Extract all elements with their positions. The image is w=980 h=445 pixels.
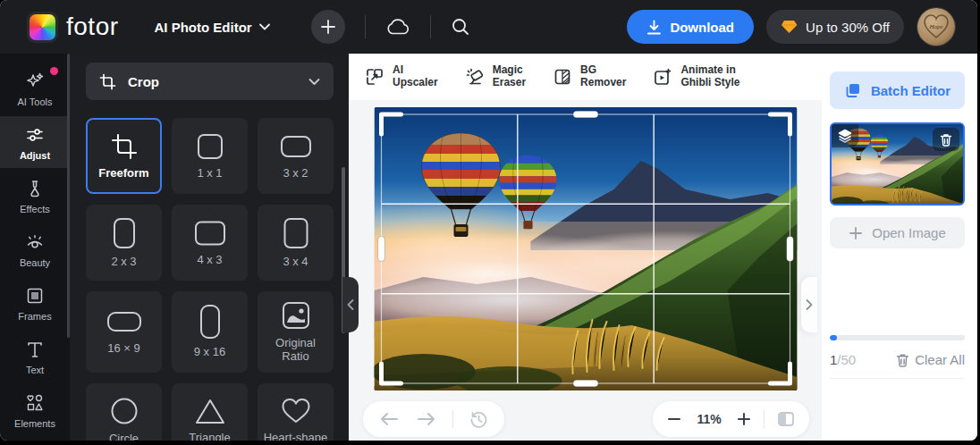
crop-option-3x2[interactable]: 3 x 2 [258, 118, 334, 194]
sidebar-item-text[interactable]: Text [0, 331, 70, 382]
promo-label: Up to 30% Off [806, 20, 890, 35]
zoom-in-button[interactable] [735, 410, 753, 428]
editor-type-menu[interactable]: AI Photo Editor [155, 20, 270, 35]
sidebar-item-label: Adjust [20, 150, 50, 161]
crop-option-1x1[interactable]: 1 x 1 [172, 118, 248, 194]
chevron-right-icon [806, 299, 813, 310]
zoom-toolbar: 11% [653, 401, 809, 437]
canvas-area: AIUpscaler MagicEraser BGRemover Animate… [349, 54, 822, 441]
layers-icon [838, 129, 852, 143]
sidebar-item-effects[interactable]: Effects [0, 170, 70, 222]
download-icon [646, 20, 662, 35]
redo-button[interactable] [415, 409, 438, 429]
avatar-image: Hope [917, 8, 955, 46]
crop-option-4x3[interactable]: 4 x 3 [172, 205, 248, 281]
quota-row: 1 /50 Clear All [830, 352, 965, 367]
compare-button[interactable] [775, 409, 797, 429]
crop-option-2x3[interactable]: 2 x 3 [86, 205, 162, 281]
search-button[interactable] [451, 17, 470, 37]
crop-option-16x9[interactable]: 16 × 9 [86, 291, 162, 373]
fotor-logo[interactable] [27, 12, 58, 43]
crop-panel-dropdown[interactable]: Crop [86, 63, 334, 100]
progress-fill [830, 335, 837, 340]
zoom-out-icon [667, 412, 681, 426]
image-count-current: 1 [830, 352, 837, 367]
sidebar-item-label: Beauty [20, 257, 50, 268]
crop-option-circle[interactable]: Circle [86, 383, 162, 441]
topbar: fotor AI Photo Editor Download [0, 0, 977, 54]
magic-eraser-icon [465, 67, 485, 87]
chevron-down-icon [259, 23, 270, 30]
download-button[interactable]: Download [627, 10, 754, 44]
pill-divider [764, 410, 765, 428]
new-design-button[interactable] [311, 10, 345, 44]
crop-option-3x4[interactable]: 3 x 4 [258, 205, 334, 281]
original-ratio-icon [281, 300, 311, 331]
batch-editor-button[interactable]: Batch Editor [830, 71, 965, 109]
eye-icon [24, 231, 46, 253]
flask-icon [24, 178, 46, 199]
ratio-4-3-icon [194, 219, 226, 248]
crop-tool-panel: Crop Freeform 1 x 1 3 x 2 2 x [70, 54, 349, 441]
history-toolbar [363, 401, 504, 437]
svg-text:Hope: Hope [928, 23, 942, 30]
crop-panel-title: Crop [128, 74, 159, 89]
tools-sidebar: AI Tools Adjust Effects Beauty Frames Te… [0, 54, 70, 441]
crop-option-triangle[interactable]: Triangle [172, 383, 248, 441]
sidebar-item-adjust[interactable]: Adjust [0, 116, 70, 168]
heart-shape-icon [280, 397, 312, 425]
image-thumbnail[interactable] [830, 122, 965, 206]
crop-option-freeform[interactable]: Freeform [86, 118, 162, 194]
sidebar-item-ai-tools[interactable]: AI Tools [0, 63, 70, 114]
sidebar-item-frames[interactable]: Frames [0, 277, 70, 329]
ratio-3-4-icon [282, 217, 310, 249]
crop-option-original-ratio[interactable]: Original Ratio [258, 291, 334, 373]
brand-wordmark: fotor [66, 13, 119, 41]
image-count-total: /50 [837, 352, 856, 367]
magic-eraser-button[interactable]: MagicEraser [465, 64, 526, 89]
photo-image [374, 107, 797, 390]
bg-remover-button[interactable]: BGRemover [553, 64, 626, 89]
topbar-divider [430, 15, 431, 38]
ratio-2-3-icon [110, 217, 139, 249]
bg-remover-icon [553, 67, 572, 87]
collapse-panel-tab[interactable] [342, 277, 359, 332]
ratio-3-2-icon [280, 132, 312, 161]
crop-ratio-grid: Freeform 1 x 1 3 x 2 2 x 3 4 x 3 [86, 118, 334, 441]
sidebar-item-label: Effects [20, 204, 49, 214]
zoom-out-button[interactable] [665, 410, 683, 428]
plus-icon [320, 19, 336, 35]
user-avatar[interactable]: Hope [917, 7, 956, 46]
ratio-16-9-icon [106, 307, 142, 336]
ai-upscaler-button[interactable]: AIUpscaler [365, 64, 438, 89]
ratio-9-16-icon [196, 304, 224, 340]
layers-badge[interactable] [832, 124, 858, 147]
restore-icon [469, 410, 488, 429]
search-icon [451, 17, 470, 37]
open-image-button[interactable]: Open Image [830, 217, 965, 248]
notification-dot [50, 67, 58, 75]
restore-button[interactable] [468, 408, 490, 431]
trash-icon [896, 353, 909, 367]
ghibli-animate-button[interactable]: Animate inGhibli Style [653, 64, 739, 89]
photo-canvas[interactable] [374, 107, 797, 390]
crop-option-heart[interactable]: Heart-shape [258, 383, 334, 441]
crop-option-9x16[interactable]: 9 x 16 [172, 291, 248, 373]
compare-icon [777, 411, 795, 427]
gem-icon [781, 20, 798, 34]
fotor-editor-app: fotor AI Photo Editor Download [0, 0, 977, 441]
sidebar-item-label: Frames [18, 311, 51, 322]
undo-button[interactable] [377, 409, 401, 429]
clear-all-button[interactable]: Clear All [896, 352, 965, 367]
open-image-label: Open Image [872, 225, 946, 240]
sidebar-item-beauty[interactable]: Beauty [0, 223, 70, 275]
delete-image-button[interactable] [933, 128, 959, 151]
ratio-1-1-icon [196, 132, 224, 161]
topbar-divider [365, 15, 366, 38]
sidebar-item-elements[interactable]: Elements [0, 384, 70, 436]
expand-panel-tab[interactable] [801, 277, 817, 332]
upgrade-promo-button[interactable]: Up to 30% Off [766, 10, 904, 44]
cloud-sync-button[interactable] [385, 18, 410, 36]
layers-icon [844, 81, 862, 99]
circle-shape-icon [109, 396, 139, 426]
